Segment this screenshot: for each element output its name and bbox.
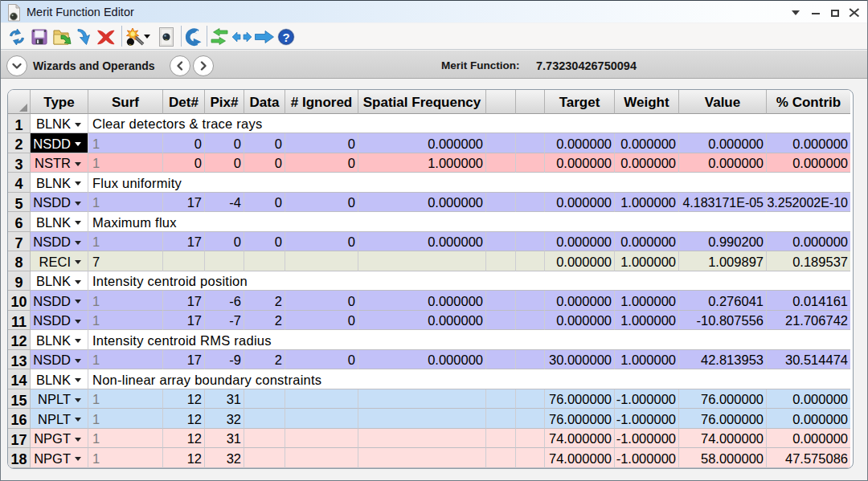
svg-text:?: ? [282,31,289,44]
